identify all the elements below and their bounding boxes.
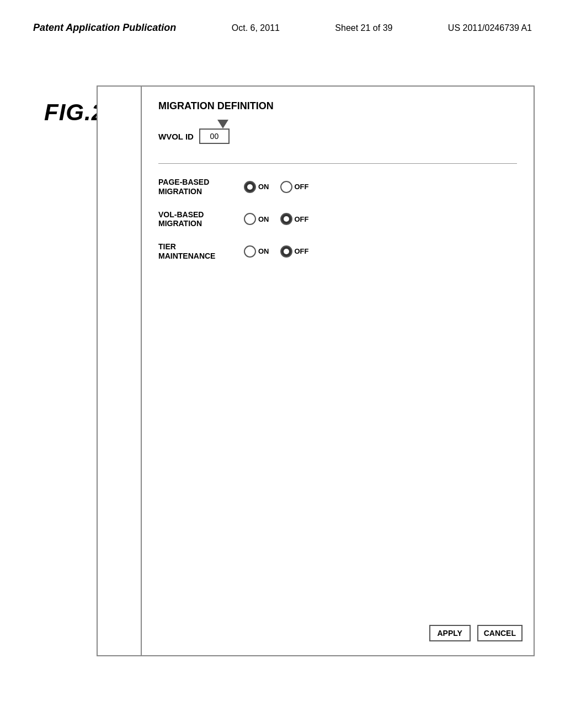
right-panel: MIGRATION DEFINITION WVOL ID 00 PAGE-BAS… bbox=[142, 87, 534, 655]
row-label-vol-based: VOL-BASEDMIGRATION bbox=[158, 210, 244, 229]
radio-on-page-based[interactable]: ON bbox=[244, 181, 269, 193]
vol-id-row: WVOL ID 00 bbox=[158, 129, 517, 144]
cancel-button[interactable]: CANCEL bbox=[477, 625, 523, 641]
radio-off-tier-maintenance[interactable]: OFF bbox=[280, 245, 309, 258]
button-row: APPLY CANCEL bbox=[429, 625, 523, 641]
radio-off-label-vol-based: OFF bbox=[295, 215, 309, 223]
divider bbox=[158, 163, 517, 164]
table-row: TIERMAINTENANCE ON OFF bbox=[158, 242, 517, 261]
radio-off-vol-based[interactable]: OFF bbox=[280, 213, 309, 225]
patent-number-label: US 2011/0246739 A1 bbox=[448, 23, 532, 33]
radio-off-label-tier-maintenance: OFF bbox=[295, 247, 309, 255]
vol-id-input[interactable]: 00 bbox=[199, 129, 230, 144]
radio-on-label-tier-maintenance: ON bbox=[258, 247, 269, 255]
sheet-label: Sheet 21 of 39 bbox=[335, 23, 392, 33]
dropdown-arrow-icon[interactable] bbox=[217, 120, 228, 129]
publication-label: Patent Application Publication bbox=[33, 22, 176, 34]
vol-id-value: 00 bbox=[210, 132, 219, 141]
radio-on-circle-page-based[interactable] bbox=[244, 181, 256, 193]
radio-on-vol-based[interactable]: ON bbox=[244, 213, 269, 225]
dialog-box: MIGRATION DEFINITION WVOL ID 00 PAGE-BAS… bbox=[97, 85, 535, 656]
table-row: PAGE-BASEDMIGRATION ON OFF bbox=[158, 178, 517, 196]
dialog-title: MIGRATION DEFINITION bbox=[158, 100, 517, 112]
radio-off-circle-vol-based[interactable] bbox=[280, 213, 292, 225]
radio-on-label-page-based: ON bbox=[258, 183, 269, 191]
row-label-page-based: PAGE-BASEDMIGRATION bbox=[158, 178, 244, 196]
page-header: Patent Application Publication Oct. 6, 2… bbox=[0, 22, 565, 34]
radio-on-tier-maintenance[interactable]: ON bbox=[244, 245, 269, 258]
radio-on-circle-tier-maintenance[interactable] bbox=[244, 245, 256, 258]
row-label-tier-maintenance: TIERMAINTENANCE bbox=[158, 242, 244, 261]
radio-off-circle-tier-maintenance[interactable] bbox=[280, 245, 292, 258]
radio-on-circle-vol-based[interactable] bbox=[244, 213, 256, 225]
table-row: VOL-BASEDMIGRATION ON OFF bbox=[158, 210, 517, 229]
apply-button[interactable]: APPLY bbox=[429, 625, 471, 641]
date-label: Oct. 6, 2011 bbox=[232, 23, 280, 33]
left-panel bbox=[98, 87, 142, 655]
migration-rows: PAGE-BASEDMIGRATION ON OFF VOL-BASEDMIGR… bbox=[158, 178, 517, 261]
radio-on-label-vol-based: ON bbox=[258, 215, 269, 223]
radio-off-circle-page-based[interactable] bbox=[280, 181, 292, 193]
vol-id-label: WVOL ID bbox=[158, 132, 194, 141]
radio-off-label-page-based: OFF bbox=[295, 183, 309, 191]
radio-off-page-based[interactable]: OFF bbox=[280, 181, 309, 193]
